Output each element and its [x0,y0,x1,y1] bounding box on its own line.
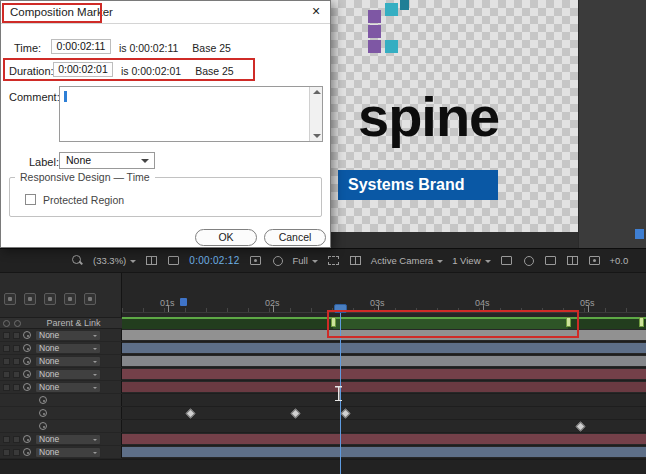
region-of-interest-icon[interactable] [327,254,340,267]
view-layout-value: 1 View [452,255,480,266]
layer-duration-bar[interactable] [122,330,646,340]
chevron-down-icon [130,260,136,263]
audio-toggle[interactable] [13,384,20,391]
timeline-lane: 01s 02s 03s 04s 05s [122,273,646,474]
keyframe-diamond[interactable] [341,409,351,419]
ruler-marker[interactable] [180,298,187,306]
camera-dropdown[interactable]: Active Camera [371,255,443,266]
marker-handle-end[interactable] [566,317,571,327]
zoom-level-dropdown[interactable]: (33.3%) [93,255,136,266]
pickwhip-icon[interactable] [23,344,31,352]
safe-guides-icon[interactable] [145,254,158,267]
transparency-grid-icon[interactable] [349,254,362,267]
marker-handle-start[interactable] [331,317,336,327]
marker-duration-span[interactable] [333,319,568,329]
pickwhip-icon[interactable] [23,357,31,365]
scrollbar-thumb[interactable] [635,229,644,239]
draft-3d-icon[interactable] [24,293,36,305]
scroll-down-icon[interactable] [313,134,321,138]
video-toggle[interactable] [3,436,10,443]
layer-track-row [122,368,646,381]
comment-textarea[interactable] [59,86,323,142]
keyframe-diamond[interactable] [186,409,196,419]
time-ruler[interactable]: 01s 02s 03s 04s 05s [122,297,646,313]
reset-exposure-icon[interactable] [588,254,601,267]
scroll-up-icon[interactable] [313,90,321,94]
text-caret [64,91,67,102]
pickwhip-icon[interactable] [39,422,47,430]
time-value-field[interactable]: 0:00:02:11 [51,39,111,54]
pickwhip-icon[interactable] [23,331,31,339]
current-time-display[interactable]: 0:00:02:12 [189,255,239,266]
snapshot-icon[interactable] [249,254,262,267]
pickwhip-icon[interactable] [23,448,31,456]
exposure-value[interactable]: +0.0 [610,255,629,266]
ruler-tick [588,306,589,312]
time-info-text: is 0:00:02:11 [119,42,178,54]
motion-blur-icon[interactable] [84,293,96,305]
audio-toggle[interactable] [13,449,20,456]
layer-duration-bar[interactable] [122,356,646,366]
ok-button[interactable]: OK [195,229,257,246]
video-toggle[interactable] [3,332,10,339]
layer-duration-bar[interactable] [122,369,646,379]
parent-link-dropdown[interactable]: None [35,356,101,367]
dialog-title: Composition Marker [10,6,113,18]
parent-link-value: None [39,356,59,366]
layer-duration-bar[interactable] [122,434,646,444]
comp-marker-track[interactable] [122,317,646,329]
parent-link-dropdown[interactable]: None [35,382,101,393]
mask-visibility-icon[interactable] [167,254,180,267]
protected-region-checkbox[interactable] [25,194,36,205]
layer-duration-bar[interactable] [122,343,646,353]
magnifier-icon[interactable] [71,254,84,267]
cancel-button[interactable]: Cancel [264,229,326,246]
audio-toggle[interactable] [13,332,20,339]
video-toggle[interactable] [3,345,10,352]
video-toggle[interactable] [3,384,10,391]
pickwhip-icon[interactable] [39,396,47,404]
parent-link-dropdown[interactable]: None [35,343,101,354]
current-time-indicator[interactable] [334,304,347,313]
pickwhip-icon[interactable] [23,435,31,443]
audio-toggle[interactable] [13,358,20,365]
hide-shy-icon[interactable] [44,293,56,305]
audio-toggle[interactable] [13,345,20,352]
flowchart-icon[interactable] [566,254,579,267]
parent-link-dropdown[interactable]: None [35,369,101,380]
audio-toggle[interactable] [13,371,20,378]
pickwhip-icon[interactable] [23,383,31,391]
fast-previews-icon[interactable] [522,254,535,267]
comment-scrollbar[interactable] [309,87,322,141]
keyframe-diamond[interactable] [291,409,301,419]
label-label: Label: [29,156,59,168]
parent-link-dropdown[interactable]: None [35,447,101,458]
marker-handle-far[interactable] [639,317,644,327]
video-toggle[interactable] [3,449,10,456]
show-channels-icon[interactable] [271,254,284,267]
frame-blend-icon[interactable] [64,293,76,305]
layer-duration-bar[interactable] [122,447,646,457]
view-layout-dropdown[interactable]: 1 View [452,255,490,266]
parent-link-dropdown[interactable]: None [35,434,101,445]
comp-mini-flowchart-icon[interactable] [4,293,16,305]
chevron-down-icon [141,159,149,163]
video-toggle[interactable] [3,358,10,365]
pickwhip-icon[interactable] [23,370,31,378]
video-toggle[interactable] [3,371,10,378]
keyframe-diamond[interactable] [576,422,586,432]
chevron-down-icon [437,260,443,263]
parent-link-dropdown[interactable]: None [35,330,101,341]
resolution-dropdown[interactable]: Full [293,255,318,266]
label-dropdown[interactable]: None [59,152,155,169]
audio-toggle[interactable] [13,436,20,443]
camera-value: Active Camera [371,255,433,266]
parent-link-column-header[interactable]: Parent & Link [0,317,122,329]
pickwhip-icon[interactable] [39,409,47,417]
dialog-titlebar[interactable]: Composition Marker × [1,1,330,24]
close-icon[interactable]: × [308,3,324,19]
layer-duration-bar[interactable] [122,382,646,392]
duration-value-field[interactable]: 0:00:02:01 [53,62,113,77]
pixel-aspect-icon[interactable] [500,254,513,267]
timeline-panel-icon[interactable] [544,254,557,267]
